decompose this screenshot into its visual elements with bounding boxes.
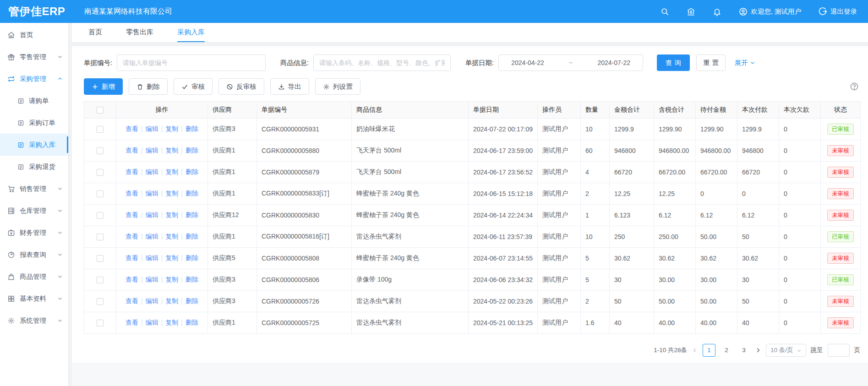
copy-link[interactable]: 复制 (165, 276, 178, 283)
row-checkbox[interactable] (97, 320, 104, 326)
row-checkbox[interactable] (97, 190, 104, 197)
date-end[interactable]: 2024-07-22 (597, 59, 630, 66)
view-link[interactable]: 查看 (126, 147, 138, 154)
reset-button[interactable]: 重置 (696, 54, 726, 71)
jump-page-input[interactable] (828, 344, 850, 357)
row-delete-link[interactable]: 删除 (186, 147, 198, 154)
sidebar-item-home[interactable]: 首页 (0, 24, 68, 46)
edit-link[interactable]: 编辑 (146, 190, 158, 197)
sidebar-item-system-mgmt[interactable]: 系统管理 (0, 310, 68, 332)
sidebar-item-purchase-order[interactable]: 采购订单 (0, 112, 68, 134)
view-link[interactable]: 查看 (126, 190, 138, 197)
edit-link[interactable]: 编辑 (146, 147, 158, 154)
view-link[interactable]: 查看 (126, 168, 138, 175)
tab-home[interactable]: 首页 (88, 23, 102, 42)
row-checkbox[interactable] (97, 298, 104, 305)
edit-link[interactable]: 编辑 (146, 254, 158, 261)
search-icon[interactable] (661, 7, 669, 16)
next-page-icon[interactable] (755, 347, 761, 353)
sidebar-item-report-query[interactable]: 报表查询 (0, 244, 68, 266)
row-checkbox[interactable] (97, 234, 104, 240)
view-link[interactable]: 查看 (126, 233, 138, 240)
row-checkbox[interactable] (97, 277, 104, 283)
sidebar-item-product-mgmt[interactable]: 商品管理 (0, 266, 68, 288)
view-link[interactable]: 查看 (126, 254, 138, 261)
view-link[interactable]: 查看 (126, 125, 138, 132)
logout-button[interactable]: 退出登录 (819, 7, 857, 16)
row-checkbox[interactable] (97, 126, 104, 133)
view-link[interactable]: 查看 (126, 276, 138, 283)
copy-link[interactable]: 复制 (165, 254, 178, 261)
row-delete-link[interactable]: 删除 (186, 211, 198, 218)
status-cell: 未审核 (821, 248, 861, 269)
pie-chart-icon (7, 251, 15, 259)
copy-link[interactable]: 复制 (165, 233, 178, 240)
sidebar-item-finance-mgmt[interactable]: 财务管理 (0, 222, 68, 244)
page-2-button[interactable]: 2 (720, 344, 733, 357)
view-link[interactable]: 查看 (126, 211, 138, 218)
product-info-input[interactable] (313, 54, 451, 71)
column-settings-button[interactable]: 列设置 (315, 78, 361, 95)
date-start[interactable]: 2024-04-22 (511, 59, 544, 66)
copy-link[interactable]: 复制 (165, 168, 178, 175)
date-range-picker[interactable]: 2024-04-22 ~ 2024-07-22 (498, 54, 643, 71)
add-button[interactable]: 新增 (84, 78, 123, 95)
edit-link[interactable]: 编辑 (146, 211, 158, 218)
edit-link[interactable]: 编辑 (146, 168, 158, 175)
row-delete-link[interactable]: 删除 (186, 233, 198, 240)
bell-icon[interactable] (713, 7, 721, 16)
view-link[interactable]: 查看 (126, 297, 138, 304)
copy-link[interactable]: 复制 (165, 190, 178, 197)
sidebar-item-sales-mgmt[interactable]: 销售管理 (0, 178, 68, 200)
row-checkbox[interactable] (97, 212, 104, 219)
edit-link[interactable]: 编辑 (146, 297, 158, 304)
welcome-user[interactable]: 欢迎您, 测试用户 (739, 7, 801, 16)
page-size-select[interactable]: 10 条/页 (766, 344, 806, 357)
help-icon[interactable] (850, 82, 859, 91)
bill-no-input[interactable] (117, 54, 266, 71)
tab-purchase-inbound[interactable]: 采购入库 (177, 23, 205, 42)
sidebar-item-base-data[interactable]: 基本资料 (0, 288, 68, 310)
row-checkbox[interactable] (97, 147, 104, 154)
row-delete-link[interactable]: 删除 (186, 125, 198, 132)
copy-link[interactable]: 复制 (165, 211, 178, 218)
sidebar-item-purchase-mgmt[interactable]: 采购管理 (0, 68, 68, 90)
delete-button[interactable]: 删除 (129, 78, 168, 95)
search-button[interactable]: 查询 (657, 54, 690, 71)
prev-page-icon[interactable] (692, 347, 698, 353)
page-3-button[interactable]: 3 (737, 344, 750, 357)
expand-toggle[interactable]: 展开 (735, 59, 755, 67)
copy-link[interactable]: 复制 (165, 147, 178, 154)
select-all-checkbox[interactable] (97, 107, 104, 114)
export-button[interactable]: 导出 (270, 78, 309, 95)
bank-icon[interactable] (687, 7, 695, 16)
row-checkbox[interactable] (97, 255, 104, 262)
page-1-button[interactable]: 1 (703, 344, 715, 357)
sidebar-item-purchase-return[interactable]: 采购退货 (0, 156, 68, 178)
edit-link[interactable]: 编辑 (146, 319, 158, 326)
sidebar-item-retail-mgmt[interactable]: 零售管理 (0, 46, 68, 68)
row-delete-link[interactable]: 删除 (186, 168, 198, 175)
sidebar-item-purchase-inbound[interactable]: 采购入库 (0, 134, 68, 156)
view-link[interactable]: 查看 (126, 319, 138, 326)
trash-icon (136, 83, 143, 90)
copy-link[interactable]: 复制 (165, 125, 178, 132)
edit-link[interactable]: 编辑 (146, 276, 158, 283)
copy-link[interactable]: 复制 (165, 319, 178, 326)
edit-link[interactable]: 编辑 (146, 125, 158, 132)
audit-button[interactable]: 审核 (174, 78, 213, 95)
sidebar-item-purchase-request[interactable]: 请购单 (0, 90, 68, 112)
sidebar-item-warehouse-mgmt[interactable]: 仓库管理 (0, 200, 68, 222)
row-delete-link[interactable]: 删除 (186, 190, 198, 197)
row-delete-link[interactable]: 删除 (186, 276, 198, 283)
row-delete-link[interactable]: 删除 (186, 297, 198, 304)
link-separator: | (181, 297, 183, 304)
row-checkbox[interactable] (97, 169, 104, 176)
edit-link[interactable]: 编辑 (146, 233, 158, 240)
copy-link[interactable]: 复制 (165, 297, 178, 304)
tab-retail-outbound[interactable]: 零售出库 (126, 23, 153, 42)
row-delete-link[interactable]: 删除 (186, 254, 198, 261)
sidebar-label: 零售管理 (20, 53, 46, 61)
unaudit-button[interactable]: 反审核 (218, 78, 264, 95)
row-delete-link[interactable]: 删除 (186, 319, 198, 326)
